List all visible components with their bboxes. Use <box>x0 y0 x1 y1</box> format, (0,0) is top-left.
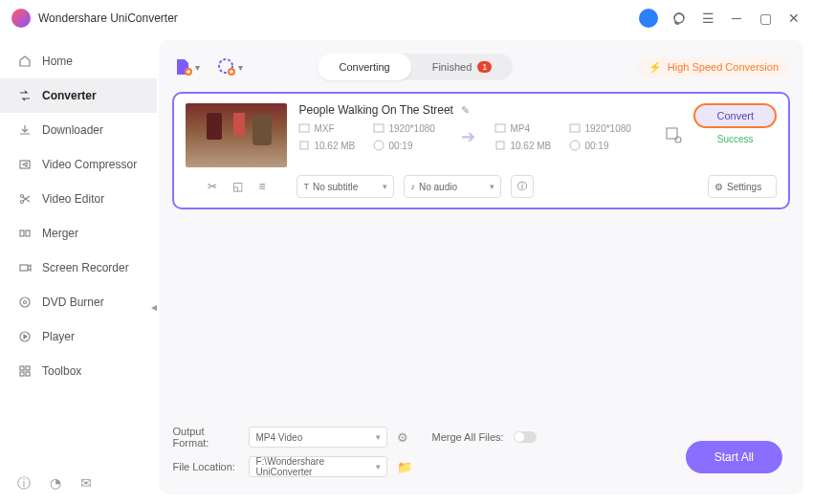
src-resolution: 1920*1080 <box>388 123 434 134</box>
src-format: MXF <box>314 123 334 134</box>
support-icon[interactable] <box>671 11 687 26</box>
add-url-button[interactable]: ▾ <box>217 57 243 77</box>
svg-rect-6 <box>20 265 28 271</box>
sidebar-item-home[interactable]: Home <box>0 44 157 78</box>
start-all-button[interactable]: Start All <box>686 441 782 473</box>
svg-point-8 <box>24 301 27 304</box>
tab-finished[interactable]: Finished1 <box>411 54 514 80</box>
svg-rect-18 <box>374 124 384 132</box>
finished-count-badge: 1 <box>477 61 492 73</box>
video-thumbnail[interactable] <box>186 103 287 167</box>
grid-icon <box>17 363 33 379</box>
sidebar-item-label: Video Editor <box>42 192 104 206</box>
sidebar-item-recorder[interactable]: Screen Recorder <box>0 251 157 285</box>
svg-rect-22 <box>570 124 580 132</box>
open-folder-icon[interactable]: 📁 <box>397 460 412 474</box>
feedback-icon[interactable]: ✉ <box>80 475 92 493</box>
app-logo <box>11 9 31 28</box>
record-icon <box>17 260 33 275</box>
scissors-icon <box>17 191 33 207</box>
audio-select[interactable]: ♪No audio <box>404 175 501 198</box>
bolt-icon: ⚡ <box>648 61 662 74</box>
svg-rect-12 <box>20 372 24 376</box>
svg-rect-11 <box>26 366 30 370</box>
converter-icon <box>17 88 33 103</box>
merge-label: Merge All Files: <box>431 431 503 443</box>
sidebar-item-label: DVD Burner <box>42 296 104 309</box>
sidebar-item-label: Converter <box>42 89 97 102</box>
svg-rect-5 <box>26 230 30 236</box>
sidebar-item-label: Player <box>42 330 75 343</box>
sidebar-item-label: Video Compressor <box>42 158 137 171</box>
play-icon <box>17 329 33 344</box>
effects-icon[interactable]: ≡ <box>258 180 265 193</box>
output-format-select[interactable]: MP4 Video <box>249 427 387 448</box>
sidebar-item-player[interactable]: Player <box>0 319 157 354</box>
sidebar-item-label: Toolbox <box>42 364 81 378</box>
sidebar-item-label: Home <box>42 55 73 68</box>
location-label: File Location: <box>172 461 239 472</box>
src-size: 10.62 MB <box>314 141 355 151</box>
svg-rect-21 <box>495 124 505 132</box>
high-speed-toggle[interactable]: ⚡ High Speed Conversion <box>637 57 790 77</box>
bell-icon[interactable]: ◔ <box>50 475 61 493</box>
output-format-label: Output Format: <box>172 426 239 449</box>
sidebar-item-converter[interactable]: Converter <box>0 78 157 113</box>
user-avatar[interactable] <box>639 9 658 28</box>
collapse-sidebar-icon[interactable]: ◂ <box>151 300 157 314</box>
svg-point-7 <box>20 297 30 307</box>
sidebar-item-merger[interactable]: Merger <box>0 216 157 251</box>
merge-toggle[interactable] <box>514 431 537 443</box>
svg-rect-4 <box>20 230 24 236</box>
disc-icon <box>17 295 33 310</box>
download-icon <box>17 122 33 138</box>
maximize-icon[interactable]: ▢ <box>758 11 773 26</box>
svg-rect-25 <box>667 128 677 139</box>
dst-duration: 00:19 <box>584 141 608 151</box>
add-file-button[interactable]: ▾ <box>172 56 200 77</box>
src-duration: 00:19 <box>388 141 412 151</box>
tab-converting[interactable]: Converting <box>318 54 410 80</box>
sidebar-item-label: Downloader <box>42 123 103 137</box>
rename-icon[interactable]: ✎ <box>461 104 470 117</box>
convert-button[interactable]: Convert <box>693 103 777 128</box>
sidebar-item-compressor[interactable]: Video Compressor <box>0 147 157 182</box>
help-icon[interactable]: ⓘ <box>17 475 31 493</box>
svg-rect-17 <box>299 124 309 132</box>
info-button[interactable]: ⓘ <box>511 175 534 198</box>
sidebar-item-label: Merger <box>42 227 78 240</box>
menu-icon[interactable]: ☰ <box>700 11 715 26</box>
location-select[interactable]: F:\Wondershare UniConverter <box>249 456 387 477</box>
sidebar-item-dvd[interactable]: DVD Burner <box>0 285 157 319</box>
home-icon <box>17 54 33 69</box>
compress-icon <box>17 157 33 172</box>
status-label: Success <box>717 134 754 144</box>
trim-icon[interactable]: ✂ <box>208 180 217 193</box>
tab-segment: Converting Finished1 <box>318 54 513 80</box>
close-icon[interactable]: ✕ <box>786 11 802 26</box>
sidebar: Home Converter Downloader Video Compress… <box>0 36 157 504</box>
svg-point-26 <box>675 137 681 142</box>
file-card: People Walking On The Street ✎ MXF 1920*… <box>172 92 790 209</box>
output-settings-icon[interactable] <box>665 126 682 147</box>
main-panel: ▾ ▾ Converting Finished1 ⚡ High Speed Co… <box>159 40 803 494</box>
sidebar-item-toolbox[interactable]: Toolbox <box>0 354 157 388</box>
dst-size: 10.62 MB <box>510 141 551 151</box>
svg-rect-1 <box>20 161 30 168</box>
sidebar-item-editor[interactable]: Video Editor <box>0 182 157 216</box>
settings-button[interactable]: ⚙Settings <box>708 175 777 198</box>
merge-icon <box>17 226 33 241</box>
svg-point-20 <box>374 141 384 150</box>
dst-format: MP4 <box>510 123 530 134</box>
svg-rect-10 <box>20 366 24 370</box>
svg-point-24 <box>570 141 580 150</box>
app-title: Wondershare UniConverter <box>38 11 639 25</box>
sidebar-item-label: Screen Recorder <box>42 261 129 274</box>
svg-rect-13 <box>26 372 30 376</box>
format-settings-icon[interactable]: ⚙ <box>397 430 408 445</box>
subtitle-select[interactable]: TNo subtitle <box>297 175 394 198</box>
minimize-icon[interactable]: ─ <box>729 11 744 26</box>
sidebar-item-downloader[interactable]: Downloader <box>0 113 157 147</box>
crop-icon[interactable]: ◱ <box>232 180 243 193</box>
svg-rect-19 <box>300 142 308 149</box>
